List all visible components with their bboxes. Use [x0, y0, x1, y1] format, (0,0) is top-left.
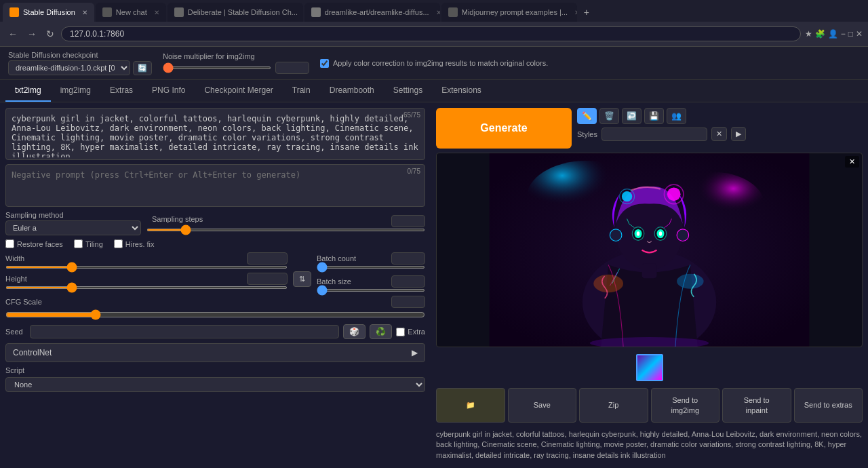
bookmark-icon[interactable]: ★ [805, 29, 812, 39]
image-description: cyberpunk girl in jacket, colorful tatto… [436, 427, 863, 463]
close-image-button[interactable]: ✕ [845, 156, 859, 168]
folder-icon: 📁 [466, 401, 475, 409]
svg-point-12 [659, 231, 662, 236]
refresh-button[interactable]: ↻ [43, 27, 57, 41]
tab-close-dl[interactable]: ✕ [436, 9, 440, 16]
noise-input[interactable]: 0 [275, 62, 309, 74]
tab-stable-diffusion[interactable]: Stable Diffusion ✕ [3, 3, 94, 22]
new-tab-button[interactable]: + [578, 4, 595, 20]
cfg-input[interactable]: 7 [391, 296, 425, 308]
tiling-label: Tiling [74, 239, 103, 248]
tab-midjourney[interactable]: Midjourney prompt examples |... ✕ [441, 3, 577, 22]
tab-label-mj: Midjourney prompt examples |... [462, 8, 568, 16]
height-slider[interactable] [5, 286, 288, 289]
positive-prompt-input[interactable]: cyberpunk girl in jacket, colorful tatto… [6, 109, 425, 157]
profile-icon[interactable]: 👤 [828, 29, 838, 39]
tab-dreambooth[interactable]: Dreambooth [320, 80, 384, 102]
styles-input[interactable] [601, 128, 707, 141]
width-slider[interactable] [5, 266, 288, 269]
negative-prompt-counter: 0/75 [408, 168, 420, 175]
color-correction-section: Apply color correction to img2img result… [320, 59, 548, 68]
tiling-text: Tiling [85, 240, 103, 248]
back-button[interactable]: ← [5, 27, 20, 41]
script-section: Script None [5, 366, 425, 392]
tiling-checkbox[interactable] [74, 239, 83, 248]
seed-recycle-button[interactable]: ♻️ [370, 324, 392, 339]
tab-favicon-chat [102, 7, 112, 17]
positive-prompt-counter: 65/75 [403, 111, 420, 119]
tab-new-chat[interactable]: New chat ✕ [96, 3, 166, 22]
tab-extras[interactable]: Extras [100, 80, 142, 102]
tab-txt2img[interactable]: txt2img [5, 80, 51, 102]
send-img2img-button[interactable]: Send toimg2img [651, 388, 720, 423]
tab-dreamlike[interactable]: dreamlike-art/dreamlike-diffus... ✕ [304, 3, 440, 22]
sampling-steps-slider[interactable] [146, 229, 425, 231]
color-correction-label: Apply color correction to img2img result… [333, 59, 548, 67]
generate-button[interactable]: Generate [436, 108, 572, 149]
tool-section: ✏️ 🗑️ ↩️ 💾 👥 Styles ✕ ▶ [577, 108, 746, 141]
positive-prompt-container: cyberpunk girl in jacket, colorful tatto… [5, 108, 425, 160]
tab-extensions[interactable]: Extensions [432, 80, 491, 102]
restore-faces-checkbox[interactable] [5, 239, 14, 248]
svg-point-11 [637, 231, 639, 236]
cfg-label: CFG Scale [5, 298, 46, 306]
checkpoint-controls: dreamlike-diffusion-1.0.ckpt [0aecbcfa2c… [8, 60, 152, 75]
send-extras-button[interactable]: Send to extras [794, 388, 863, 423]
hires-fix-text: Hires. fix [125, 240, 155, 248]
send-inpaint-button[interactable]: Send toinpaint [722, 388, 791, 423]
trash-icon[interactable]: 🗑️ [599, 108, 619, 124]
folder-button[interactable]: 📁 [436, 388, 505, 423]
tab-deliberate[interactable]: Deliberate | Stable Diffusion Ch... ✕ [167, 3, 303, 22]
seed-row: Seed -1 🎲 ♻️ Extra [5, 324, 425, 339]
swap-dimensions-button[interactable]: ⇅ [293, 271, 311, 287]
styles-clear-button[interactable]: ✕ [711, 127, 727, 141]
minimize-button[interactable]: − [841, 29, 846, 39]
generated-image [437, 153, 862, 347]
thumbnail-0[interactable] [636, 354, 663, 381]
save-icon[interactable]: 💾 [644, 108, 664, 124]
close-button[interactable]: ✕ [856, 29, 863, 39]
sampling-method-select[interactable]: Euler a Euler LMS DPM++ 2M Karras [5, 220, 141, 235]
seed-input[interactable]: -1 [30, 325, 339, 338]
negative-prompt-input[interactable] [6, 165, 425, 204]
tab-train[interactable]: Train [283, 80, 320, 102]
tab-favicon-dl [311, 7, 321, 17]
address-input[interactable] [61, 26, 801, 41]
forward-button[interactable]: → [24, 27, 39, 41]
batch-count-slider[interactable] [317, 266, 425, 269]
app: Stable Diffusion checkpoint dreamlike-di… [0, 47, 868, 468]
zip-button[interactable]: Zip [579, 388, 648, 423]
cfg-slider[interactable] [5, 309, 425, 320]
tab-close-mj[interactable]: ✕ [574, 9, 577, 16]
pencil-icon[interactable]: ✏️ [577, 108, 597, 124]
tab-label-del: Deliberate | Stable Diffusion Ch... [188, 8, 298, 16]
extra-seed-checkbox[interactable] [396, 328, 405, 336]
tab-png-info[interactable]: PNG Info [142, 80, 195, 102]
tab-close-chat[interactable]: ✕ [154, 9, 159, 16]
save-button[interactable]: Save [508, 388, 577, 423]
tab-settings[interactable]: Settings [384, 80, 432, 102]
svg-point-16 [677, 229, 689, 241]
extension-icon[interactable]: 🧩 [815, 29, 825, 39]
tab-checkpoint-merger[interactable]: Checkpoint Merger [195, 80, 282, 102]
color-correction-checkbox[interactable] [320, 59, 329, 68]
controlnet-accordion-header[interactable]: ControlNet ▶ [6, 344, 425, 362]
users-icon[interactable]: 👥 [667, 108, 686, 124]
styles-apply-button[interactable]: ▶ [731, 127, 746, 141]
seed-random-button[interactable]: 🎲 [343, 324, 366, 339]
noise-slider[interactable] [163, 66, 271, 69]
maximize-button[interactable]: □ [848, 29, 853, 39]
noise-section: Noise multiplier for img2img 0 [163, 52, 309, 74]
batch-size-slider[interactable] [317, 289, 425, 292]
thumbnail-strip [436, 351, 863, 384]
checkpoint-refresh-button[interactable]: 🔄 [133, 61, 152, 75]
styles-label: Styles [577, 130, 597, 138]
undo-icon[interactable]: ↩️ [622, 108, 642, 124]
tab-label-sd: Stable Diffusion [23, 8, 75, 16]
tab-close-sd[interactable]: ✕ [82, 9, 87, 16]
svg-point-22 [593, 275, 623, 292]
checkpoint-select[interactable]: dreamlike-diffusion-1.0.ckpt [0aecbcfa2c… [8, 60, 130, 75]
script-select[interactable]: None [5, 377, 425, 392]
hires-fix-checkbox[interactable] [114, 239, 123, 248]
tab-img2img[interactable]: img2img [51, 80, 100, 102]
